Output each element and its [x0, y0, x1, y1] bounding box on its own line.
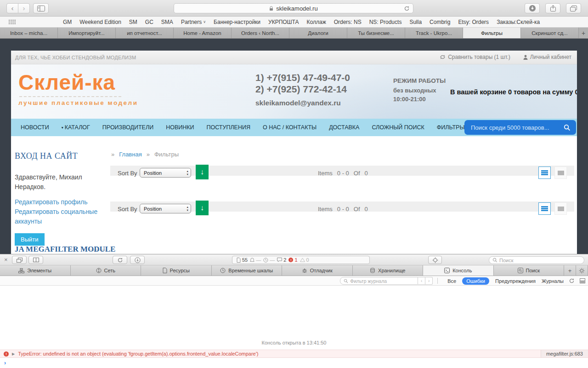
browser-tab[interactable]: Диалоги: [289, 28, 347, 38]
bookmark-item[interactable]: NS: Products: [369, 19, 402, 25]
inspector-tab-network[interactable]: Сеть: [71, 265, 141, 276]
console-output-area[interactable]: Консоль открыта в 13:41:50: [0, 286, 588, 350]
sort-direction-button[interactable]: ↓: [196, 201, 209, 215]
forward-button[interactable]: ›: [18, 3, 30, 13]
nav-item-catalog[interactable]: ▾ КАТАЛОГ: [62, 124, 90, 131]
inspector-close-button[interactable]: ×: [4, 256, 8, 263]
sort-select[interactable]: Position ▲▼: [140, 204, 191, 213]
site-search[interactable]: [464, 120, 576, 135]
split-console-button[interactable]: [580, 278, 585, 283]
previous-result-button[interactable]: ‹: [418, 277, 425, 285]
dock-side-button[interactable]: [28, 256, 43, 264]
site-search-input[interactable]: [471, 124, 558, 131]
bookmark-item[interactable]: GC: [145, 19, 153, 25]
browser-tab[interactable]: ип отчетност...: [116, 28, 174, 38]
edit-profile-link[interactable]: Редактировать профиль: [15, 197, 109, 207]
next-result-button[interactable]: ›: [425, 277, 433, 285]
browser-tab[interactable]: Home - Amazon: [174, 28, 232, 38]
compare-link[interactable]: Сравнить товары (1 шт.): [440, 54, 510, 60]
share-button[interactable]: [545, 3, 560, 13]
breadcrumb-home-link[interactable]: Главная: [119, 151, 141, 158]
account-link[interactable]: Личный кабинет: [523, 54, 571, 60]
inspector-tab-debugger[interactable]: Отладчик: [282, 265, 353, 276]
inspector-tab-console[interactable]: Консоль: [423, 265, 494, 276]
nav-item-manufacturers[interactable]: ПРОИЗВОДИТЕЛИ: [102, 124, 153, 131]
site-logo[interactable]: Склей-ка лучшие пластиковые модели: [18, 70, 138, 106]
nav-item-filters[interactable]: ФИЛЬТРЫ: [437, 124, 465, 131]
browser-tab[interactable]: Ты бизнесме...: [347, 28, 405, 38]
inspector-tab-elements[interactable]: Элементы: [0, 265, 71, 276]
bookmark-item[interactable]: Combrig: [430, 19, 450, 25]
search-icon[interactable]: [564, 124, 571, 133]
browser-tab[interactable]: Orders ‹ North...: [232, 28, 289, 38]
sort-direction-button[interactable]: ↓: [196, 165, 209, 179]
inspector-search-field[interactable]: [489, 256, 584, 264]
scope-logs[interactable]: Журналы: [542, 278, 564, 284]
browser-tab-active[interactable]: Фильтры: [463, 28, 521, 38]
inspector-reload-button[interactable]: [113, 256, 127, 264]
add-inspector-tab-button[interactable]: +: [564, 265, 576, 276]
nav-item-arrivals[interactable]: ПОСТУПЛЕНИЯ: [207, 124, 250, 131]
scope-errors-active[interactable]: Ошибки: [462, 277, 489, 285]
scope-all[interactable]: Все: [447, 278, 456, 284]
inspector-tab-timelines[interactable]: Временные шкалы: [212, 265, 283, 276]
app-grid-icon[interactable]: [8, 19, 16, 24]
nav-label: КАТАЛОГ: [65, 124, 90, 131]
console-prompt-row[interactable]: ›: [0, 358, 588, 368]
site-header: Склей-ка лучшие пластиковые модели 1) +7…: [11, 64, 577, 119]
edit-social-link[interactable]: Редактировать социальные аккаунты: [15, 207, 109, 226]
scope-warnings[interactable]: Предупреждения: [495, 278, 536, 284]
address-bar[interactable]: skleikamodel.ru: [174, 3, 413, 13]
nav-item-delivery[interactable]: ДОСТАВКА: [329, 124, 359, 131]
bookmark-item[interactable]: Баннер-настройки: [214, 19, 260, 25]
bookmark-item[interactable]: Etsy: Orders: [458, 19, 489, 25]
inspector-status-pill[interactable]: 55 — — 2 ! 1: [232, 256, 370, 264]
reload-button[interactable]: [404, 6, 410, 13]
grid-view-button[interactable]: [538, 202, 551, 215]
grid-view-button[interactable]: [538, 167, 551, 179]
logout-button[interactable]: Выйти: [15, 233, 45, 246]
bookmark-item[interactable]: Sulla: [409, 19, 422, 25]
inspector-download-button[interactable]: [130, 256, 145, 264]
contact-email[interactable]: skleikamodel@yandex.ru: [255, 99, 350, 107]
browser-tab[interactable]: Скриншот сд...: [521, 28, 579, 38]
undock-button[interactable]: [12, 256, 27, 264]
sort-select[interactable]: Position ▲▼: [140, 168, 191, 178]
inspector-tab-storage[interactable]: Хранилище: [353, 265, 424, 276]
clear-console-button[interactable]: [569, 278, 575, 284]
list-view-button[interactable]: [554, 202, 567, 215]
nav-item-advanced-search[interactable]: СЛОЖНЫЙ ПОИСК: [372, 124, 424, 131]
downloads-button[interactable]: [525, 3, 540, 13]
browser-tab[interactable]: Inbox – micha...: [0, 28, 58, 38]
console-error-row[interactable]: ! ▶ TypeError: undefined is not an objec…: [0, 350, 588, 358]
list-view-button[interactable]: [554, 167, 567, 179]
back-button[interactable]: ‹: [6, 3, 18, 13]
inspector-settings-button[interactable]: [576, 265, 588, 276]
bookmark-item[interactable]: GM: [63, 19, 72, 25]
element-picker-button[interactable]: [428, 256, 442, 264]
bookmark-item[interactable]: SMA: [161, 19, 173, 25]
error-source-link[interactable]: megafilter.js:683: [541, 350, 588, 357]
inspector-tab-search[interactable]: Поиск: [494, 265, 565, 276]
inspector-search-input[interactable]: [499, 258, 577, 263]
sidebar-toggle-button[interactable]: [33, 3, 49, 13]
cart-status[interactable]: В вашей корзине 0 товаров на сумму 0.00 …: [450, 88, 577, 96]
bookmark-item[interactable]: SM: [129, 19, 137, 25]
bookmark-item[interactable]: Weekend Edition: [79, 19, 121, 25]
tab-overview-button[interactable]: [566, 3, 581, 13]
new-tab-button[interactable]: +: [579, 28, 588, 38]
bookmark-item[interactable]: Orders: NS: [334, 19, 362, 25]
bookmark-item[interactable]: УКРПОШТА: [268, 19, 299, 25]
inspector-tab-resources[interactable]: Ресурсы: [141, 265, 212, 276]
nav-item-news[interactable]: НОВОСТИ: [21, 124, 49, 131]
log-filter-field[interactable]: [340, 277, 418, 285]
browser-tab[interactable]: Track - Ukrpo...: [405, 28, 463, 38]
bookmark-folder-partners[interactable]: Partners ∨: [181, 19, 206, 25]
disclosure-triangle-icon[interactable]: ▶: [12, 352, 15, 356]
log-filter-input[interactable]: [350, 278, 410, 284]
bookmark-item[interactable]: Заказы:Склей-ка: [497, 19, 540, 25]
browser-tab[interactable]: Импортируйт...: [58, 28, 116, 38]
bookmark-item[interactable]: Коллаж: [307, 19, 326, 25]
nav-item-about[interactable]: О НАС / КОНТАКТЫ: [263, 124, 317, 131]
nav-item-new[interactable]: НОВИНКИ: [166, 124, 194, 131]
